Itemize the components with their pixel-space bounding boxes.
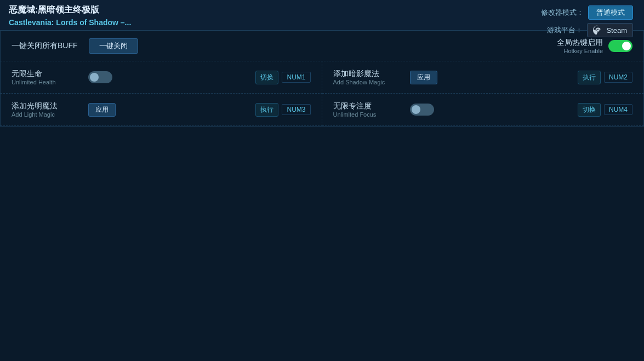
platform-label: 游戏平台： xyxy=(547,25,583,35)
steam-button[interactable]: Steam xyxy=(587,23,633,37)
mode-label: 修改器模式： xyxy=(541,8,584,18)
feature-en-add-shadow-magic: Add Shadow Magic xyxy=(333,79,399,85)
feature-cn-add-shadow-magic: 添加暗影魔法 xyxy=(333,69,399,79)
feature-unlimited-health: 无限生命 Unlimited Health 切换 NUM1 xyxy=(1,61,322,94)
toggle-unlimited-health[interactable] xyxy=(88,71,112,83)
steam-icon xyxy=(593,25,603,35)
action-btn-add-light-magic[interactable]: 执行 xyxy=(255,103,278,117)
feature-add-shadow-magic: 添加暗影魔法 Add Shadow Magic 应用 执行 NUM2 xyxy=(322,61,644,94)
feature-en-add-light-magic: Add Light Magic xyxy=(12,111,77,118)
feature-en-unlimited-focus: Unlimited Focus xyxy=(333,111,399,118)
toggle-unlimited-focus[interactable] xyxy=(410,104,434,116)
key-unlimited-focus: NUM4 xyxy=(604,104,632,115)
action-btn-unlimited-health[interactable]: 切换 xyxy=(255,71,278,84)
apply-btn-add-shadow-magic[interactable]: 应用 xyxy=(410,71,437,84)
hotkey-toggle[interactable] xyxy=(608,40,632,52)
key-unlimited-health: NUM1 xyxy=(282,72,310,83)
action-btn-add-shadow-magic[interactable]: 执行 xyxy=(578,71,601,84)
feature-cn-add-light-magic: 添加光明魔法 xyxy=(12,101,77,111)
hotkey-sublabel: Hotkey Enable xyxy=(557,48,603,54)
close-all-label: 一键关闭所有BUFF xyxy=(12,41,78,51)
feature-cn-unlimited-focus: 无限专注度 xyxy=(333,101,399,111)
key-add-shadow-magic: NUM2 xyxy=(604,72,632,83)
feature-cn-unlimited-health: 无限生命 xyxy=(12,69,77,79)
feature-unlimited-focus: 无限专注度 Unlimited Focus 切换 NUM4 xyxy=(322,94,644,126)
action-btn-unlimited-focus[interactable]: 切换 xyxy=(578,103,601,117)
mode-button[interactable]: 普通模式 xyxy=(588,5,633,20)
feature-en-unlimited-health: Unlimited Health xyxy=(12,79,77,85)
steam-label: Steam xyxy=(606,26,627,35)
key-add-light-magic: NUM3 xyxy=(282,104,310,115)
feature-add-light-magic: 添加光明魔法 Add Light Magic 应用 执行 NUM3 xyxy=(1,94,322,126)
close-all-button[interactable]: 一键关闭 xyxy=(89,38,138,54)
apply-btn-add-light-magic[interactable]: 应用 xyxy=(88,103,116,117)
hotkey-label: 全局热键启用 xyxy=(557,38,603,48)
